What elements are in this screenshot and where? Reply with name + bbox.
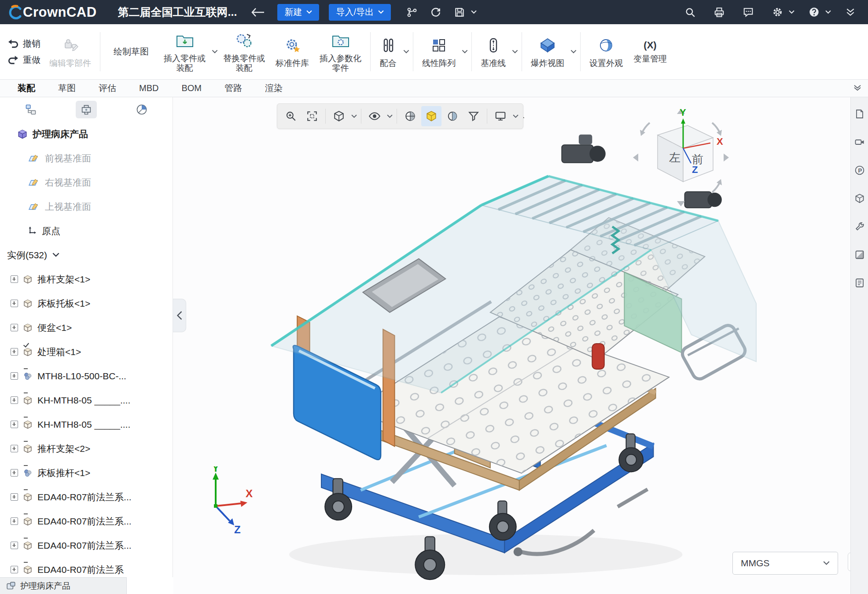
insert-parametric-button[interactable]: 插入参数化零件 (314, 26, 367, 77)
chevron-down-icon[interactable] (570, 50, 577, 54)
tree-item[interactable]: 便盆<1> (0, 315, 173, 340)
tree-item[interactable]: EDA40-R07前法兰系... (0, 533, 173, 557)
view-cube[interactable]: 左 前 Y X Z (630, 107, 732, 208)
view-orientation-icon[interactable] (329, 106, 349, 126)
expand-icon[interactable] (11, 275, 18, 283)
collapse-ribbon-icon[interactable] (841, 4, 860, 21)
new-button[interactable]: 新建 (277, 4, 319, 21)
tools-wrench-icon[interactable] (853, 220, 867, 234)
notes-list-icon[interactable] (853, 276, 867, 290)
video-record-icon[interactable] (853, 135, 867, 149)
datum-line-button[interactable]: 基准线 (475, 33, 511, 70)
tree-item[interactable]: KH-MTH8-05 _____.... (0, 412, 173, 436)
chevron-down-icon[interactable] (212, 50, 218, 54)
tabbar-expand-icon[interactable] (853, 84, 862, 92)
structure-tree-tab-icon[interactable] (20, 101, 41, 118)
expand-icon[interactable] (11, 372, 18, 380)
units-selector[interactable]: MMGS (732, 552, 838, 575)
3d-viewport[interactable]: 左 前 Y X Z Y X Z MMGS (173, 97, 850, 594)
tab-mbd[interactable]: MBD (128, 81, 170, 96)
panel-collapse-handle[interactable] (173, 299, 186, 332)
import-export-button[interactable]: 导入/导出 (329, 4, 391, 21)
print3d-tab-icon[interactable] (76, 101, 97, 118)
branch-icon[interactable] (402, 4, 422, 21)
print-icon[interactable] (710, 4, 729, 21)
tree-item-front-plane[interactable]: 前视基准面 (0, 146, 173, 170)
draw-sketch-button[interactable]: 绘制草图 (104, 26, 158, 77)
tree-item[interactable]: 床板推杆<1> (0, 461, 173, 485)
comment-icon[interactable] (739, 4, 758, 21)
tree-root-product[interactable]: 护理病床产品 (0, 122, 173, 146)
expand-icon[interactable] (11, 396, 18, 404)
chevron-down-icon[interactable] (462, 50, 468, 54)
tree-item[interactable]: 推杆支架<1> (0, 267, 173, 291)
filter-icon[interactable] (463, 106, 484, 126)
set-appearance-button[interactable]: 设置外观 (584, 26, 628, 77)
chevron-down-icon[interactable] (789, 10, 794, 14)
display-settings-icon[interactable] (490, 106, 511, 126)
chevron-down-icon[interactable] (512, 50, 518, 54)
appearance-ball-icon[interactable] (400, 106, 420, 126)
tab-piping[interactable]: 管路 (213, 80, 254, 97)
undo-button[interactable]: 撤销 (8, 38, 40, 50)
visibility-eye-icon[interactable] (364, 106, 385, 126)
display-state-icon[interactable] (853, 248, 867, 262)
tree-item[interactable]: 处理箱<1> (0, 340, 173, 364)
expand-icon[interactable] (11, 493, 18, 501)
chevron-down-icon[interactable] (350, 106, 358, 126)
tab-sketch[interactable]: 草图 (47, 80, 87, 97)
zoom-tool-icon[interactable] (281, 106, 301, 126)
standard-library-button[interactable]: 标准件库 (270, 26, 314, 77)
tree-item[interactable]: EDA40-R07前法兰系... (0, 509, 173, 533)
linear-pattern-button[interactable]: 线性阵列 (417, 33, 461, 70)
chevron-down-icon[interactable] (825, 10, 831, 14)
mate-button[interactable]: 配合 (374, 33, 402, 70)
back-icon[interactable] (248, 4, 268, 21)
tree-item-origin[interactable]: 原点 (0, 219, 173, 243)
tab-render[interactable]: 渲染 (254, 80, 294, 97)
chevron-down-icon[interactable] (403, 50, 409, 54)
expand-icon[interactable] (11, 324, 18, 331)
tree-item[interactable]: MTH8-L10-500-BC-... (0, 364, 173, 388)
task-pane-icon[interactable] (853, 107, 867, 121)
crowncad-logo[interactable]: CrownCAD (8, 4, 97, 20)
tree-item[interactable]: 床板托板<1> (0, 291, 173, 315)
properties-icon[interactable]: P (853, 163, 867, 177)
chevron-down-icon[interactable] (386, 106, 394, 126)
tab-bom[interactable]: BOM (170, 81, 213, 96)
save-icon[interactable] (450, 4, 469, 21)
tree-item[interactable]: 推杆支架<2> (0, 436, 173, 461)
tree-item[interactable]: KH-MTH8-05 _____.... (0, 388, 173, 412)
parts-box-icon[interactable] (853, 191, 867, 205)
tree-instances-header[interactable]: 实例(532) (0, 243, 173, 267)
expand-icon[interactable] (11, 469, 18, 477)
tree-item[interactable]: EDA40-R07前法兰系... (0, 485, 173, 509)
help-icon[interactable] (804, 4, 824, 21)
tab-assembly[interactable]: 装配 (6, 80, 47, 97)
settings-gear-icon[interactable] (768, 4, 787, 21)
tree-item[interactable]: EDA40-R07前法兰系 (0, 557, 173, 577)
search-icon[interactable] (680, 4, 700, 21)
tree-item-right-plane[interactable]: 右视基准面 (0, 170, 173, 194)
edit-component-button[interactable]: 编辑零部件 (44, 26, 96, 77)
expand-icon[interactable] (11, 300, 18, 307)
expand-icon[interactable] (11, 517, 18, 525)
expand-icon[interactable] (11, 566, 18, 573)
expand-icon[interactable] (11, 348, 18, 356)
tree-item-top-plane[interactable]: 上视基准面 (0, 194, 173, 219)
variable-management-button[interactable]: (X) 变量管理 (628, 26, 672, 77)
expand-icon[interactable] (11, 421, 18, 428)
exploded-view-button[interactable]: 爆炸视图 (526, 33, 570, 70)
zoom-fit-icon[interactable] (302, 106, 322, 126)
chevron-down-icon[interactable] (511, 106, 519, 126)
insert-part-button[interactable]: 插入零件或装配 (158, 29, 211, 75)
section-view-icon[interactable] (442, 106, 463, 126)
shaded-display-icon[interactable] (421, 106, 441, 126)
expand-icon[interactable] (11, 445, 18, 452)
replace-part-button[interactable]: 替换零件或装配 (218, 26, 270, 77)
expand-icon[interactable] (11, 542, 18, 549)
refresh-icon[interactable] (426, 4, 445, 21)
redo-button[interactable]: 重做 (8, 54, 40, 66)
display-states-tab-icon[interactable] (131, 101, 152, 118)
tab-evaluate[interactable]: 评估 (87, 80, 128, 97)
